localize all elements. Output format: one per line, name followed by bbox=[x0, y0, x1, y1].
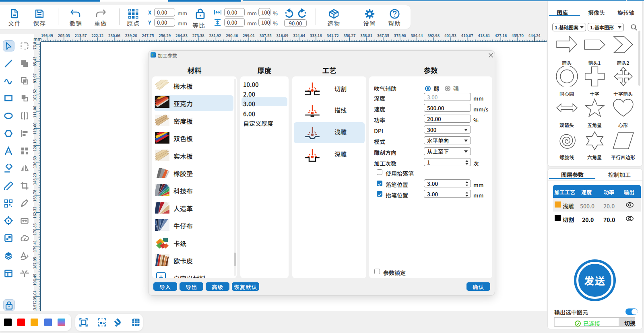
svg-text:341.72: 341.72 bbox=[327, 34, 339, 38]
svg-text:76.89: 76.89 bbox=[33, 42, 37, 49]
svg-text:93.97: 93.97 bbox=[33, 73, 37, 83]
svg-text:281.92: 281.92 bbox=[209, 34, 221, 38]
svg-text:401.53: 401.53 bbox=[444, 34, 456, 38]
svg-text:316.09: 316.09 bbox=[277, 34, 289, 38]
svg-text:213.57: 213.57 bbox=[75, 34, 87, 38]
svg-text:435.70: 435.70 bbox=[512, 34, 524, 38]
svg-text:256.29: 256.29 bbox=[159, 34, 171, 38]
svg-text:375.90: 375.90 bbox=[394, 34, 406, 38]
svg-text:213.57: 213.57 bbox=[33, 302, 37, 311]
svg-text:358.81: 358.81 bbox=[360, 34, 372, 38]
svg-text:85.43: 85.43 bbox=[33, 57, 37, 67]
svg-text:179.41: 179.41 bbox=[33, 240, 37, 252]
svg-text:196.49: 196.49 bbox=[41, 34, 53, 38]
svg-text:153.78: 153.78 bbox=[33, 190, 37, 202]
svg-text:418.61: 418.61 bbox=[478, 34, 490, 38]
svg-text:222.12: 222.12 bbox=[91, 34, 103, 38]
svg-text:162.32: 162.32 bbox=[33, 207, 37, 219]
svg-text:136.69: 136.69 bbox=[33, 156, 37, 168]
svg-text:170.86: 170.86 bbox=[33, 223, 37, 235]
svg-text:307.55: 307.55 bbox=[260, 34, 272, 38]
svg-text:290.46: 290.46 bbox=[226, 34, 238, 38]
svg-text:187.95: 187.95 bbox=[33, 257, 37, 269]
svg-text:239.20: 239.20 bbox=[125, 34, 137, 38]
svg-text:102.52: 102.52 bbox=[33, 89, 37, 101]
svg-text:367.35: 367.35 bbox=[377, 34, 389, 38]
svg-text:264.83: 264.83 bbox=[175, 34, 188, 38]
svg-text:427.16: 427.16 bbox=[495, 34, 507, 38]
svg-text:119.60: 119.60 bbox=[33, 123, 37, 135]
svg-text:230.66: 230.66 bbox=[108, 34, 120, 38]
svg-text:273.38: 273.38 bbox=[192, 34, 204, 38]
svg-text:324.64: 324.64 bbox=[293, 34, 305, 38]
svg-text:111.06: 111.06 bbox=[33, 105, 37, 117]
svg-text:299.01: 299.01 bbox=[243, 34, 255, 38]
svg-text:128.15: 128.15 bbox=[33, 140, 37, 152]
svg-text:196.49: 196.49 bbox=[33, 274, 37, 286]
svg-text:333.18: 333.18 bbox=[310, 34, 322, 38]
svg-text:410.07: 410.07 bbox=[461, 34, 473, 38]
svg-text:444.24: 444.24 bbox=[528, 34, 541, 38]
svg-text:205.03: 205.03 bbox=[58, 34, 70, 38]
svg-text:350.27: 350.27 bbox=[344, 34, 356, 38]
svg-text:392.98: 392.98 bbox=[427, 34, 440, 38]
svg-text:247.75: 247.75 bbox=[142, 34, 154, 38]
svg-text:145.23: 145.23 bbox=[33, 173, 37, 185]
svg-text:205.04: 205.04 bbox=[33, 290, 37, 302]
svg-text:384.44: 384.44 bbox=[411, 34, 423, 38]
